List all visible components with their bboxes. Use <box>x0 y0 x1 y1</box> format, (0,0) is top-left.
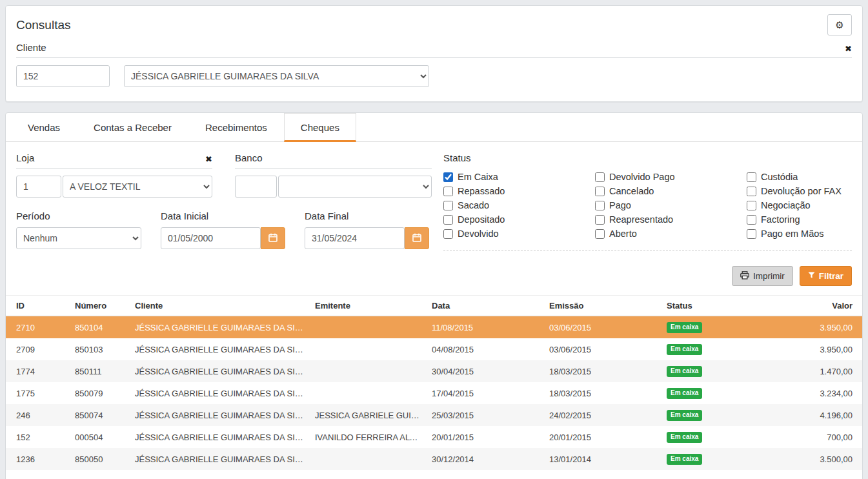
cell-numero: 850111 <box>70 360 130 382</box>
banco-select[interactable] <box>278 176 432 198</box>
clear-loja-icon[interactable]: ✖ <box>205 155 212 163</box>
status-option-reapresentado[interactable]: Reapresentado <box>595 212 747 227</box>
status-column: Devolvido PagoCanceladoPagoReapresentado… <box>595 170 747 241</box>
status-columns: Em CaixaRepassadoSacadoDepositadoDevolvi… <box>443 170 852 241</box>
results-tbody: 2710850104JÉSSICA GABRIELLE GUIMARAES DA… <box>6 316 862 471</box>
status-option-em-caixa[interactable]: Em Caixa <box>443 170 595 184</box>
cell-status: Em caixa <box>661 338 760 360</box>
cell-cliente: JÉSSICA GABRIELLE GUIMARAES DA SILVA <box>130 316 310 339</box>
cell-status: Em caixa <box>661 360 760 382</box>
data-final-input[interactable] <box>305 227 405 249</box>
status-option-sacado[interactable]: Sacado <box>443 198 595 212</box>
column-header-status: Status <box>661 296 760 316</box>
data-final-wrap <box>305 227 429 249</box>
filters-area: Loja ✖ A VELOZ TEXTIL Banco <box>6 142 862 250</box>
tab-vendas[interactable]: Vendas <box>11 113 77 142</box>
status-checkbox-negociacao[interactable] <box>747 201 756 210</box>
status-option-factoring[interactable]: Factoring <box>747 212 852 227</box>
tab-recebimentos[interactable]: Recebimentos <box>188 113 284 142</box>
table-row[interactable]: 1775850079JÉSSICA GABRIELLE GUIMARAES DA… <box>6 382 862 404</box>
table-row[interactable]: 152000504JÉSSICA GABRIELLE GUIMARAES DA … <box>6 426 862 448</box>
cell-data: 11/08/2015 <box>427 316 544 339</box>
table-row[interactable]: 1774850111JÉSSICA GABRIELLE GUIMARAES DA… <box>6 360 862 382</box>
gear-icon: ⚙ <box>835 19 843 31</box>
status-checkbox-reapresentado[interactable] <box>595 215 605 225</box>
status-option-pago[interactable]: Pago <box>595 198 747 212</box>
status-checkbox-label: Custódia <box>761 172 798 182</box>
status-option-devolvido[interactable]: Devolvido <box>443 227 595 241</box>
status-checkbox-pago-em-maos[interactable] <box>747 229 756 239</box>
status-badge: Em caixa <box>667 344 702 355</box>
status-option-repassado[interactable]: Repassado <box>443 184 595 198</box>
status-checkbox-depositado[interactable] <box>443 215 453 225</box>
status-checkbox-pago[interactable] <box>595 201 605 210</box>
status-option-devolvido-pago[interactable]: Devolvido Pago <box>595 170 747 184</box>
cliente-select[interactable]: JÉSSICA GABRIELLE GUIMARAES DA SILVA <box>124 65 429 87</box>
data-inicial-input[interactable] <box>161 227 261 249</box>
data-final-calendar-button[interactable] <box>405 227 429 249</box>
column-header-id: ID <box>6 296 70 316</box>
status-checkbox-devolvido-pago[interactable] <box>595 172 605 182</box>
table-row[interactable]: 1236850050JÉSSICA GABRIELLE GUIMARAES DA… <box>6 448 862 470</box>
status-option-depositado[interactable]: Depositado <box>443 212 595 227</box>
calendar-icon <box>412 233 421 244</box>
status-checkbox-devolucao-por-fax[interactable] <box>747 187 756 196</box>
table-row[interactable]: 2710850104JÉSSICA GABRIELLE GUIMARAES DA… <box>6 316 862 339</box>
clear-cliente-icon[interactable]: ✖ <box>845 45 852 53</box>
cell-emitente: JESSICA GABRIELE GUIMARA... <box>310 404 427 426</box>
status-checkbox-aberto[interactable] <box>595 229 605 239</box>
cell-cliente: JÉSSICA GABRIELLE GUIMARAES DA SILVA <box>130 360 310 382</box>
cell-emitente <box>310 448 427 470</box>
status-checkbox-label: Devolvido Pago <box>609 172 675 182</box>
status-checkbox-label: Em Caixa <box>458 172 498 182</box>
table-row[interactable]: 2709850103JÉSSICA GABRIELLE GUIMARAES DA… <box>6 338 862 360</box>
periodo-select[interactable]: Nenhum <box>16 227 141 249</box>
tab-contas-a-receber[interactable]: Contas a Receber <box>77 113 188 142</box>
status-checkbox-sacado[interactable] <box>443 201 453 210</box>
status-option-cancelado[interactable]: Cancelado <box>595 184 747 198</box>
status-checkbox-custodia[interactable] <box>747 172 756 182</box>
cell-numero: 850050 <box>70 448 130 470</box>
loja-group: Loja ✖ A VELOZ TEXTIL <box>16 152 212 198</box>
results-thead-row: IDNúmeroClienteEmitenteDataEmissãoStatus… <box>6 296 862 316</box>
cell-emissao: 13/01/2014 <box>544 448 661 470</box>
cell-id: 246 <box>6 404 70 426</box>
main-card: VendasContas a ReceberRecebimentosCheque… <box>5 112 863 479</box>
status-checkbox-label: Devolvido <box>458 229 499 239</box>
status-option-pago-em-maos[interactable]: Pago em Mãos <box>747 227 852 241</box>
cell-valor: 3.950,00 <box>760 316 862 339</box>
settings-button[interactable]: ⚙ <box>827 14 852 36</box>
status-option-custodia[interactable]: Custódia <box>747 170 852 184</box>
tab-cheques[interactable]: Cheques <box>284 113 356 142</box>
cell-emissao: 18/03/2015 <box>544 360 661 382</box>
cell-emitente <box>310 316 427 339</box>
imprimir-button[interactable]: Imprimir <box>732 266 793 286</box>
cell-emissao: 24/02/2015 <box>544 404 661 426</box>
filtrar-button[interactable]: Filtrar <box>800 266 852 286</box>
cliente-code-input[interactable] <box>16 65 110 87</box>
loja-code-input[interactable] <box>16 176 61 198</box>
status-checkbox-devolvido[interactable] <box>443 229 453 239</box>
table-row[interactable]: 246850074JÉSSICA GABRIELLE GUIMARAES DA … <box>6 404 862 426</box>
cell-valor: 3.500,00 <box>760 448 862 470</box>
status-checkbox-em-caixa[interactable] <box>443 172 453 182</box>
loja-input-row: A VELOZ TEXTIL <box>16 176 212 198</box>
cell-emissao: 20/01/2015 <box>544 426 661 448</box>
status-checkbox-label: Aberto <box>609 229 637 239</box>
loja-select[interactable]: A VELOZ TEXTIL <box>63 176 212 198</box>
data-inicial-calendar-button[interactable] <box>261 227 285 249</box>
cell-emitente <box>310 338 427 360</box>
cell-cliente: JÉSSICA GABRIELLE GUIMARAES DA SILVA <box>130 338 310 360</box>
status-checkbox-cancelado[interactable] <box>595 187 605 196</box>
banco-code-input[interactable] <box>235 176 277 198</box>
calendar-icon <box>268 233 278 244</box>
cell-cliente: JÉSSICA GABRIELLE GUIMARAES DA SILVA <box>130 404 310 426</box>
status-option-devolucao-por-fax[interactable]: Devolução por FAX <box>747 184 852 198</box>
status-option-aberto[interactable]: Aberto <box>595 227 747 241</box>
status-option-negociacao[interactable]: Negociação <box>747 198 852 212</box>
status-checkbox-repassado[interactable] <box>443 187 453 196</box>
status-checkbox-label: Pago em Mãos <box>761 229 824 239</box>
status-checkbox-factoring[interactable] <box>747 215 756 225</box>
status-checkbox-label: Repassado <box>458 186 505 196</box>
status-badge: Em caixa <box>667 432 702 443</box>
